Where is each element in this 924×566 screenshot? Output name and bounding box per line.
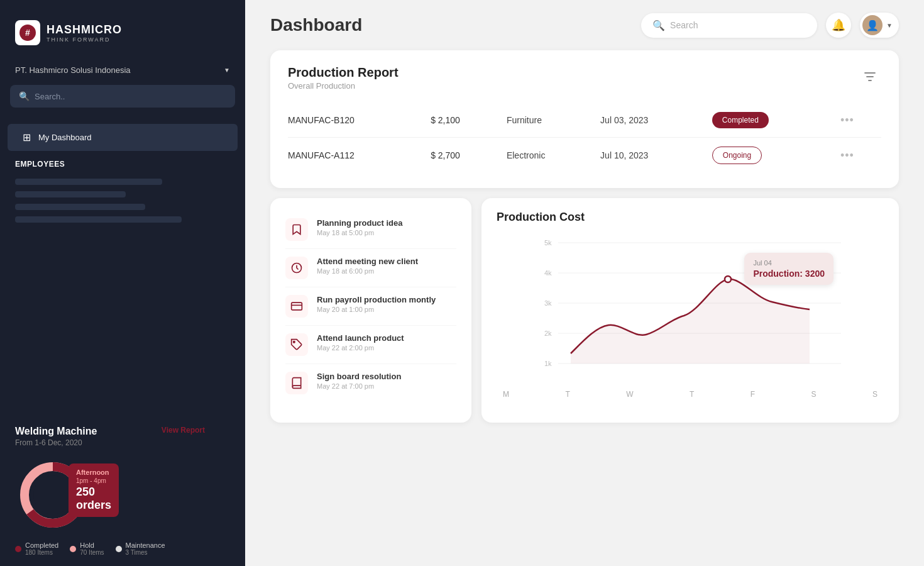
svg-text:#: # — [25, 28, 30, 38]
legend-content: Completed 180 Items — [25, 541, 58, 556]
donut-tooltip-time: Afternoon — [76, 469, 111, 476]
logo-text: HASHMICRO THINK FORWARD — [47, 23, 122, 43]
production-report-card: Production Report Overall Production MAN… — [270, 50, 899, 188]
status-badge: Completed — [712, 112, 769, 128]
search-bar[interactable]: 🔍 — [641, 13, 817, 38]
sidebar-search-input[interactable] — [35, 92, 226, 101]
activity-icon — [285, 295, 308, 318]
activity-title: Attend launch product — [317, 333, 404, 343]
activity-content: Sign board resolution May 22 at 7:00 pm — [317, 372, 401, 390]
legend-dot — [70, 546, 76, 552]
sidebar-skeleton-1 — [15, 179, 162, 185]
svg-text:3k: 3k — [544, 299, 552, 307]
x-label-f: F — [751, 390, 755, 399]
avatar-chevron-icon: ▼ — [886, 22, 893, 29]
welding-card: Welding Machine From 1-6 Dec, 2020 View … — [0, 413, 220, 566]
row-category: Furniture — [502, 103, 595, 138]
avatar-button[interactable]: 👤 ▼ — [860, 13, 899, 38]
donut-tooltip: Afternoon 1pm - 4pm 250 orders — [69, 463, 119, 517]
activity-title: Attend meeting new client — [317, 257, 418, 266]
welding-header: Welding Machine From 1-6 Dec, 2020 View … — [15, 426, 205, 457]
row-more[interactable]: ••• — [835, 103, 881, 138]
x-label-t1: T — [565, 390, 569, 399]
company-name: PT. Hashmicro Solusi Indonesia — [15, 65, 131, 75]
legend-label: Maintenance — [126, 541, 165, 549]
sidebar-search-container[interactable]: 🔍 — [10, 85, 235, 108]
legend-item: Completed 180 Items — [15, 541, 58, 556]
sidebar-item-dashboard[interactable]: ⊞ My Dashboard — [8, 124, 238, 151]
sidebar-logo: # HASHMICRO THINK FORWARD — [0, 0, 245, 60]
row-category: Electronic — [502, 138, 595, 174]
legend-content: Maintenance 3 Times — [126, 541, 165, 556]
welding-legend: Completed 180 Items Hold 70 Items Mainte… — [15, 541, 205, 556]
svg-text:4k: 4k — [544, 269, 552, 277]
row-date: Jul 03, 2023 — [595, 103, 707, 138]
legend-value: 180 Items — [25, 549, 58, 556]
donut-tooltip-sub: 1pm - 4pm — [76, 477, 111, 484]
legend-label: Hold — [80, 541, 104, 549]
chart-container: 5k 4k 3k 2k 1k — [497, 234, 884, 410]
activity-icon — [285, 257, 308, 279]
row-amount: $ 2,100 — [426, 103, 502, 138]
cards-area: Production Report Overall Production MAN… — [245, 50, 924, 435]
search-input[interactable] — [670, 20, 806, 30]
activity-time: May 20 at 1:00 pm — [317, 306, 436, 313]
chart-x-labels: M T W T F S S — [497, 390, 884, 399]
legend-dot — [15, 546, 21, 552]
report-table: MANUFAC-B120 $ 2,100 Furniture Jul 03, 2… — [288, 103, 881, 173]
activity-content: Planning product idea May 18 at 5:00 pm — [317, 218, 403, 236]
activity-title: Run payroll production montly — [317, 295, 436, 304]
activity-icon — [285, 372, 308, 394]
svg-text:1k: 1k — [544, 360, 552, 367]
x-label-s1: S — [811, 390, 816, 399]
view-report-button[interactable]: View Report — [162, 426, 205, 435]
more-dots-icon[interactable]: ••• — [840, 149, 854, 162]
brand-tagline: THINK FORWARD — [47, 36, 122, 43]
company-selector[interactable]: PT. Hashmicro Solusi Indonesia ▼ — [0, 60, 245, 85]
legend-label: Completed — [25, 541, 58, 549]
row-more[interactable]: ••• — [835, 138, 881, 174]
brand-name: HASHMICRO — [47, 23, 122, 36]
x-label-t2: T — [690, 390, 694, 399]
svg-rect-3 — [292, 302, 302, 310]
filter-button[interactable] — [859, 65, 881, 88]
tooltip-number: 3200 — [805, 269, 825, 279]
activity-item: Attend meeting new client May 18 at 6:00… — [285, 249, 456, 287]
sidebar-item-label: My Dashboard — [38, 133, 92, 142]
avatar: 👤 — [862, 15, 883, 35]
row-status: Ongoing — [707, 138, 835, 174]
table-row: MANUFAC-B120 $ 2,100 Furniture Jul 03, 2… — [288, 103, 881, 138]
activity-item: Run payroll production montly May 20 at … — [285, 287, 456, 326]
welding-title: Welding Machine — [15, 426, 97, 437]
cost-card-title: Production Cost — [497, 211, 884, 224]
row-id: MANUFAC-A112 — [288, 138, 426, 174]
dashboard-icon: ⊞ — [23, 131, 31, 143]
legend-content: Hold 70 Items — [80, 541, 104, 556]
tooltip-date: Jul 04 — [753, 259, 825, 267]
company-chevron-icon: ▼ — [224, 67, 230, 74]
activity-content: Attend meeting new client May 18 at 6:00… — [317, 257, 418, 275]
legend-value: 3 Times — [126, 549, 165, 556]
more-dots-icon[interactable]: ••• — [840, 114, 854, 126]
activity-time: May 18 at 6:00 pm — [317, 267, 418, 275]
sidebar-skeleton-4 — [15, 216, 182, 223]
table-row: MANUFAC-A112 $ 2,700 Electronic Jul 10, … — [288, 138, 881, 174]
svg-point-19 — [33, 475, 72, 514]
activity-time: May 18 at 5:00 pm — [317, 229, 403, 236]
activity-item: Attend launch product May 22 at 2:00 pm — [285, 326, 456, 364]
donut-section: Afternoon 1pm - 4pm 250 orders — [15, 457, 205, 533]
bottom-cards: Planning product idea May 18 at 5:00 pm … — [270, 198, 899, 423]
production-cost-card: Production Cost 5k 4k 3k 2k 1k — [481, 198, 899, 423]
topbar: Dashboard 🔍 🔔 👤 ▼ — [245, 0, 924, 50]
x-label-w: W — [626, 390, 633, 399]
notification-button[interactable]: 🔔 — [826, 13, 851, 38]
main-content: Dashboard 🔍 🔔 👤 ▼ Production Report Over… — [245, 0, 924, 566]
row-id: MANUFAC-B120 — [288, 103, 426, 138]
chart-tooltip: Jul 04 Production: 3200 — [744, 253, 833, 285]
row-date: Jul 10, 2023 — [595, 138, 707, 174]
activity-card: Planning product idea May 18 at 5:00 pm … — [270, 198, 471, 423]
x-label-m: M — [503, 390, 509, 399]
legend-value: 70 Items — [80, 549, 104, 556]
sidebar-skeleton-3 — [15, 204, 145, 210]
activity-time: May 22 at 2:00 pm — [317, 344, 404, 352]
